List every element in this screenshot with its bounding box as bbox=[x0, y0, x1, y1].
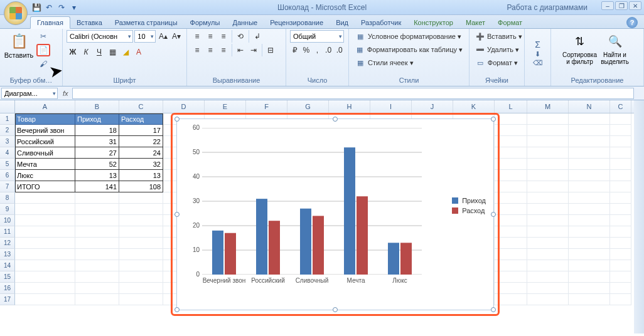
cell[interactable] bbox=[610, 215, 631, 226]
row-header[interactable]: 13 bbox=[0, 249, 15, 260]
chart-plot-area[interactable] bbox=[202, 128, 422, 275]
cell[interactable] bbox=[569, 283, 610, 294]
formula-input[interactable] bbox=[72, 88, 634, 99]
cell[interactable] bbox=[527, 125, 569, 136]
tab-chart-design[interactable]: Конструктор bbox=[407, 17, 459, 28]
cell[interactable] bbox=[527, 215, 569, 226]
cell[interactable] bbox=[119, 238, 163, 249]
cell[interactable] bbox=[610, 113, 631, 125]
cell[interactable] bbox=[15, 192, 75, 204]
paste-button[interactable]: 📋 Вставить bbox=[4, 30, 34, 60]
row-header[interactable]: 1 bbox=[0, 113, 15, 125]
tab-chart-layout[interactable]: Макет bbox=[459, 17, 491, 28]
italic-button[interactable]: К bbox=[80, 46, 92, 58]
cell[interactable] bbox=[527, 181, 569, 192]
col-header[interactable]: H bbox=[329, 100, 370, 113]
align-bottom-button[interactable]: ≡ bbox=[217, 30, 230, 43]
cut-button[interactable]: ✂ bbox=[36, 30, 50, 43]
align-middle-button[interactable]: ≡ bbox=[204, 30, 217, 43]
find-select-button[interactable]: 🔍 Найти и выделить bbox=[600, 30, 630, 66]
cell[interactable] bbox=[75, 271, 119, 283]
sort-filter-button[interactable]: ⇅ Сортировка и фильтр bbox=[565, 30, 595, 66]
col-header[interactable]: G bbox=[287, 100, 329, 113]
chart-bar[interactable] bbox=[256, 199, 267, 275]
cell[interactable] bbox=[569, 226, 610, 238]
cell[interactable] bbox=[610, 125, 631, 136]
row-header[interactable]: 5 bbox=[0, 159, 15, 170]
cell[interactable] bbox=[569, 136, 610, 147]
align-right-button[interactable]: ≡ bbox=[217, 44, 230, 56]
font-size-combo[interactable]: 10 bbox=[134, 30, 156, 43]
format-painter-button[interactable]: 🖌 bbox=[36, 58, 50, 70]
cell[interactable] bbox=[15, 215, 75, 226]
font-name-combo[interactable]: Calibri (Основн bbox=[67, 30, 133, 43]
fx-icon[interactable]: fx bbox=[63, 90, 68, 97]
cell[interactable] bbox=[610, 136, 631, 147]
select-all-corner[interactable] bbox=[0, 100, 15, 113]
cell[interactable] bbox=[569, 170, 610, 181]
row-header[interactable]: 15 bbox=[0, 271, 15, 283]
tab-review[interactable]: Рецензирование bbox=[264, 17, 330, 28]
cell[interactable] bbox=[527, 204, 569, 215]
cell[interactable] bbox=[527, 192, 569, 204]
chart-bar[interactable] bbox=[300, 209, 311, 275]
decrease-indent-button[interactable]: ⇤ bbox=[234, 44, 247, 56]
cell[interactable] bbox=[527, 136, 569, 147]
worksheet[interactable]: ABCDEFGHIJKLMNC 123456789101112131415161… bbox=[0, 100, 644, 333]
autosum-button[interactable]: Σ bbox=[535, 39, 540, 50]
cell[interactable] bbox=[569, 271, 610, 283]
insert-cells-button[interactable]: ➕Вставить ▾ bbox=[473, 30, 520, 43]
cell[interactable] bbox=[610, 147, 631, 159]
cell[interactable] bbox=[610, 283, 631, 294]
chart-bar[interactable] bbox=[344, 147, 355, 275]
cell[interactable] bbox=[75, 238, 119, 249]
row-header[interactable]: 8 bbox=[0, 192, 15, 204]
cell[interactable] bbox=[569, 113, 610, 125]
row-header[interactable]: 17 bbox=[0, 294, 15, 305]
cell[interactable] bbox=[119, 249, 163, 260]
chart-bar[interactable] bbox=[357, 196, 368, 275]
cell[interactable] bbox=[610, 170, 631, 181]
cell[interactable] bbox=[75, 294, 119, 305]
cell[interactable] bbox=[15, 226, 75, 238]
cell[interactable] bbox=[569, 294, 610, 305]
cell[interactable] bbox=[75, 192, 119, 204]
cell[interactable] bbox=[569, 249, 610, 260]
row-header[interactable]: 2 bbox=[0, 125, 15, 136]
cell[interactable] bbox=[75, 249, 119, 260]
cell[interactable] bbox=[569, 215, 610, 226]
cell[interactable] bbox=[610, 260, 631, 271]
office-button[interactable] bbox=[4, 1, 28, 25]
clear-button[interactable]: ⌫ bbox=[533, 59, 543, 67]
cell[interactable] bbox=[119, 192, 163, 204]
align-center-button[interactable]: ≡ bbox=[204, 44, 217, 56]
format-as-table-button[interactable]: ▦Форматировать как таблицу ▾ bbox=[353, 43, 465, 56]
cell[interactable] bbox=[15, 283, 75, 294]
row-header[interactable]: 6 bbox=[0, 170, 15, 181]
cell[interactable] bbox=[527, 170, 569, 181]
col-header[interactable]: K bbox=[453, 100, 495, 113]
comma-button[interactable]: , bbox=[312, 44, 323, 56]
cell[interactable] bbox=[75, 283, 119, 294]
cell[interactable] bbox=[610, 271, 631, 283]
cell[interactable] bbox=[527, 238, 569, 249]
cell[interactable] bbox=[75, 260, 119, 271]
format-cells-button[interactable]: ▭Формат ▾ bbox=[473, 56, 520, 69]
cell[interactable] bbox=[610, 238, 631, 249]
cell[interactable] bbox=[527, 260, 569, 271]
col-header[interactable]: F bbox=[246, 100, 287, 113]
close-button[interactable]: ✕ bbox=[629, 1, 641, 10]
cell[interactable] bbox=[119, 271, 163, 283]
cell[interactable] bbox=[119, 260, 163, 271]
align-top-button[interactable]: ≡ bbox=[191, 30, 203, 43]
row-header[interactable]: 14 bbox=[0, 260, 15, 271]
cell[interactable] bbox=[119, 204, 163, 215]
cell[interactable] bbox=[15, 249, 75, 260]
col-header[interactable]: C bbox=[119, 100, 163, 113]
chart-legend[interactable]: Приход Расход bbox=[452, 194, 486, 217]
cell[interactable] bbox=[527, 283, 569, 294]
cell[interactable] bbox=[15, 271, 75, 283]
cell[interactable] bbox=[15, 260, 75, 271]
col-header[interactable]: L bbox=[495, 100, 527, 113]
tab-formulas[interactable]: Формулы bbox=[184, 17, 227, 28]
